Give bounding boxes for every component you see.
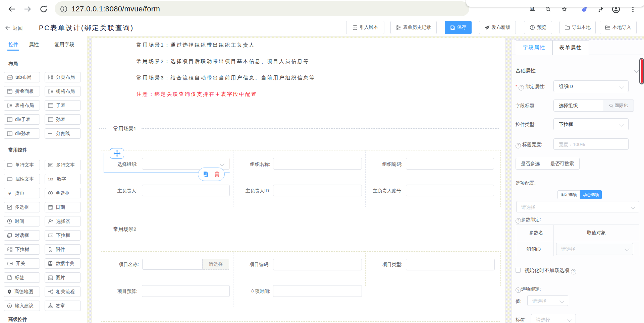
svg-text:?: ? — [531, 26, 533, 29]
svg-text:G: G — [531, 7, 533, 10]
svg-text:A: A — [8, 305, 10, 308]
svg-text:¥: ¥ — [8, 191, 11, 196]
svg-text:15: 15 — [49, 207, 52, 209]
svg-text:TAB: TAB — [8, 77, 12, 79]
svg-text:123: 123 — [48, 178, 53, 181]
